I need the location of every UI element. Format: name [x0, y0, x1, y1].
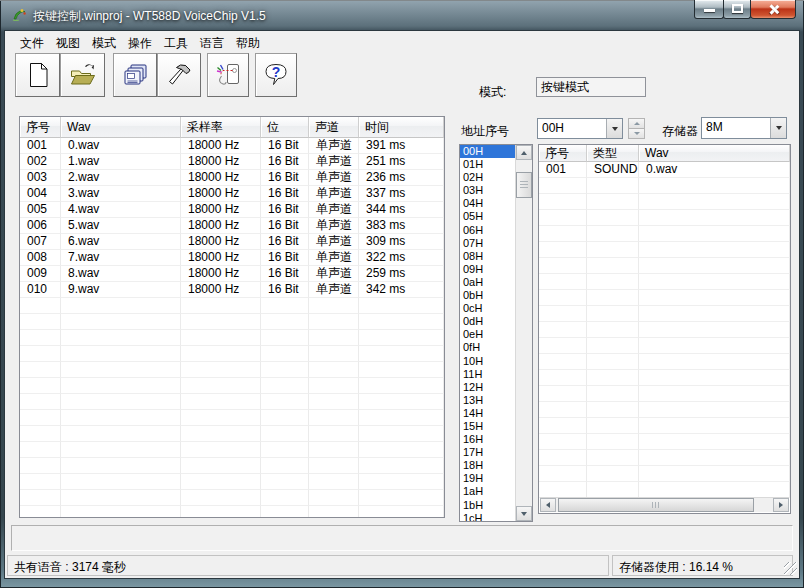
wav-table-row[interactable]: 0054.wav18000 Hz16 Bit单声道344 ms: [20, 202, 444, 218]
address-item-05H[interactable]: 05H: [460, 210, 515, 223]
wav-column-header-3[interactable]: 位: [261, 117, 309, 138]
wav-column-header-1[interactable]: Wav: [61, 117, 181, 138]
address-item-19H[interactable]: 19H: [460, 472, 515, 485]
menu-item-file[interactable]: 文件: [14, 31, 50, 52]
spinner-down-button[interactable]: [628, 129, 645, 139]
address-item-1cH[interactable]: 1cH: [460, 512, 515, 521]
memory-combo-dropdown-button[interactable]: [770, 118, 786, 138]
minimize-button[interactable]: [694, 0, 724, 19]
scroll-left-button[interactable]: [540, 498, 556, 512]
wav-table-empty-row[interactable]: [20, 410, 444, 426]
open-project-button[interactable]: [60, 53, 105, 97]
address-table-empty-row[interactable]: [539, 450, 790, 466]
address-table-hscrollbar[interactable]: [540, 497, 789, 512]
address-table-empty-row[interactable]: [539, 274, 790, 290]
address-item-09H[interactable]: 09H: [460, 263, 515, 276]
wav-table-empty-row[interactable]: [20, 362, 444, 378]
address-item-15H[interactable]: 15H: [460, 420, 515, 433]
address-item-1aH[interactable]: 1aH: [460, 485, 515, 498]
wav-table-row[interactable]: 0076.wav18000 Hz16 Bit单声道309 ms: [20, 234, 444, 250]
burn-chip-button[interactable]: [207, 53, 249, 97]
address-item-04H[interactable]: 04H: [460, 197, 515, 210]
wav-table-empty-row[interactable]: [20, 442, 444, 458]
address-item-0aH[interactable]: 0aH: [460, 276, 515, 289]
wav-table-empty-row[interactable]: [20, 314, 444, 330]
address-listbox[interactable]: 00H01H02H03H04H05H06H07H08H09H0aH0bH0cH0…: [459, 144, 533, 522]
wav-table-empty-row[interactable]: [20, 330, 444, 346]
memory-combo[interactable]: 8M: [701, 117, 787, 139]
address-table-empty-row[interactable]: [539, 354, 790, 370]
address-item-08H[interactable]: 08H: [460, 250, 515, 263]
wav-column-header-2[interactable]: 采样率: [181, 117, 261, 138]
address-table-empty-row[interactable]: [539, 306, 790, 322]
resize-grip[interactable]: [784, 562, 797, 575]
menu-item-operation[interactable]: 操作: [122, 31, 158, 52]
wav-table-row[interactable]: 0087.wav18000 Hz16 Bit单声道322 ms: [20, 250, 444, 266]
wav-table-empty-row[interactable]: [20, 506, 444, 518]
address-item-03H[interactable]: 03H: [460, 184, 515, 197]
address-column-header-1[interactable]: 类型: [587, 145, 639, 162]
wav-table-empty-row[interactable]: [20, 490, 444, 506]
address-item-02H[interactable]: 02H: [460, 171, 515, 184]
address-item-1bH[interactable]: 1bH: [460, 499, 515, 512]
address-item-16H[interactable]: 16H: [460, 433, 515, 446]
address-item-06H[interactable]: 06H: [460, 224, 515, 237]
menu-item-view[interactable]: 视图: [50, 31, 86, 52]
address-item-0bH[interactable]: 0bH: [460, 289, 515, 302]
spinner-up-button[interactable]: [628, 118, 645, 129]
address-table-empty-row[interactable]: [539, 194, 790, 210]
wav-table-row[interactable]: 0021.wav18000 Hz16 Bit单声道251 ms: [20, 154, 444, 170]
wav-table-row[interactable]: 0098.wav18000 Hz16 Bit单声道259 ms: [20, 266, 444, 282]
wav-column-header-0[interactable]: 序号: [20, 117, 61, 138]
address-item-0cH[interactable]: 0cH: [460, 302, 515, 315]
address-table-empty-row[interactable]: [539, 210, 790, 226]
address-table-empty-row[interactable]: [539, 322, 790, 338]
address-table-empty-row[interactable]: [539, 338, 790, 354]
address-item-13H[interactable]: 13H: [460, 394, 515, 407]
address-table-empty-row[interactable]: [539, 418, 790, 434]
wav-table-row[interactable]: 0043.wav18000 Hz16 Bit单声道337 ms: [20, 186, 444, 202]
address-item-11H[interactable]: 11H: [460, 368, 515, 381]
address-item-00H[interactable]: 00H: [460, 145, 515, 158]
wav-table-empty-row[interactable]: [20, 458, 444, 474]
address-item-12H[interactable]: 12H: [460, 381, 515, 394]
address-item-07H[interactable]: 07H: [460, 237, 515, 250]
address-item-0fH[interactable]: 0fH: [460, 341, 515, 354]
address-item-0eH[interactable]: 0eH: [460, 328, 515, 341]
scroll-right-button[interactable]: [773, 498, 789, 512]
help-button[interactable]: ?: [255, 53, 297, 97]
titlebar[interactable]: 按键控制.winproj - WT588D VoiceChip V1.5: [0, 0, 804, 30]
address-item-14H[interactable]: 14H: [460, 407, 515, 420]
wav-table-empty-row[interactable]: [20, 378, 444, 394]
address-table-empty-row[interactable]: [539, 482, 790, 498]
address-item-10H[interactable]: 10H: [460, 355, 515, 368]
address-item-17H[interactable]: 17H: [460, 446, 515, 459]
address-table-empty-row[interactable]: [539, 290, 790, 306]
address-combo[interactable]: 00H: [537, 118, 623, 139]
address-item-18H[interactable]: 18H: [460, 459, 515, 472]
address-column-header-2[interactable]: Wav: [639, 145, 790, 162]
address-column-header-0[interactable]: 序号: [539, 145, 587, 162]
build-button[interactable]: [157, 53, 201, 97]
wav-column-header-4[interactable]: 声道: [309, 117, 359, 138]
wav-table-row[interactable]: 0032.wav18000 Hz16 Bit单声道236 ms: [20, 170, 444, 186]
address-table-empty-row[interactable]: [539, 226, 790, 242]
address-table-empty-row[interactable]: [539, 402, 790, 418]
address-table-empty-row[interactable]: [539, 370, 790, 386]
address-item-0dH[interactable]: 0dH: [460, 315, 515, 328]
wav-table-row[interactable]: 0065.wav18000 Hz16 Bit单声道383 ms: [20, 218, 444, 234]
maximize-button[interactable]: [723, 0, 751, 19]
menu-item-help[interactable]: 帮助: [230, 31, 266, 52]
scroll-down-button[interactable]: [516, 506, 532, 521]
wav-table-row[interactable]: 0109.wav18000 Hz16 Bit单声道342 ms: [20, 282, 444, 298]
wav-table-empty-row[interactable]: [20, 394, 444, 410]
new-file-button[interactable]: [15, 53, 60, 97]
address-combo-dropdown-button[interactable]: [606, 119, 622, 138]
wav-table-empty-row[interactable]: [20, 346, 444, 362]
address-table-empty-row[interactable]: [539, 242, 790, 258]
wav-table-row[interactable]: 0010.wav18000 Hz16 Bit单声道391 ms: [20, 138, 444, 154]
address-table-empty-row[interactable]: [539, 178, 790, 194]
wav-column-header-5[interactable]: 时间: [359, 117, 444, 138]
wav-table-empty-row[interactable]: [20, 426, 444, 442]
address-table-empty-row[interactable]: [539, 386, 790, 402]
